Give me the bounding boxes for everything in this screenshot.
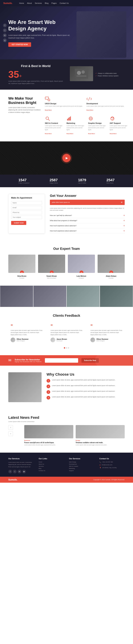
graphic-name: Graphic Design [88,122,106,124]
team-img-3: + [68,254,95,273]
footer-social-yt[interactable]: ▶ [22,470,26,473]
footer-social-in[interactable]: in [18,470,21,473]
team-role-1: Founder [8,277,35,279]
footer-social-fb[interactable]: f [8,470,12,473]
team-role-4: Founder [98,277,125,279]
hero-cta-button[interactable]: Get Started Now [8,42,31,47]
testimonials-grid: " Lorem ipsum dolor sit amet, agsc euism… [8,322,125,344]
testimonial-text-2: Lorem ipsum dolor sit amet, agsc euismod… [51,330,82,336]
gallery-img-3 [67,286,100,307]
dev-name: Development [86,102,125,104]
nav-home[interactable]: Home [19,2,24,4]
dot-2[interactable] [66,347,67,348]
nav-services[interactable]: Services [35,2,42,4]
why-text-1: Lorem ipsum dolor sit amet, agsc euismod… [52,379,115,382]
navbar-logo: Sumolo. [3,2,13,4]
footer-col-3: Our Services Web Design Development SEO … [69,458,94,473]
social-google[interactable]: g [3,38,7,42]
faq-item-2[interactable]: What about loan programs & Advantage? + [50,218,125,223]
footer-link-contact[interactable]: Contact Us [39,470,64,472]
appointment-name-input[interactable] [11,201,42,205]
why-section: Why Choose Us 1 Lorem ipsum dolor sit am… [0,366,133,409]
dev-read-more[interactable]: Read More [86,110,93,111]
footer-col-text-1: Lorem ipsum dolor sit amet, consectetur … [8,461,34,468]
svg-rect-3 [76,75,86,77]
faq-item-1[interactable]: How can I get help by salesman? + [50,213,125,218]
services-bottom-row: SEO & Content Lorem ipsum dolor amet ags… [8,116,125,135]
counter-hours: 2547 Work Hours [106,178,114,184]
footer-services-marketing[interactable]: Marketing [69,468,94,469]
nav-blog[interactable]: Blog [45,2,49,4]
news-prev-button[interactable]: ‹ [8,425,13,430]
hero-content: We Are Smart Web Design Agency Lorem ips… [8,19,71,47]
footer-link-about[interactable]: About Us [39,464,64,465]
marketing-read-more[interactable]: Read More [67,133,73,134]
nav-pages[interactable]: Pages [52,2,57,4]
footer-grid: Our Services Lorem ipsum dolor sit amet,… [8,458,125,473]
footer-col-title-3: Our Services [69,458,94,460]
support-read-more[interactable]: Read More [110,133,116,134]
svg-rect-0 [75,69,88,79]
stats-suffix: + [19,73,22,79]
faq-item-4[interactable]: How much experience about salesman? + [50,228,125,234]
footer-services-webdesign[interactable]: Web Design [69,461,94,463]
footer-services-support[interactable]: Support [69,470,94,472]
svg-point-2 [81,70,85,74]
uiux-read-more[interactable]: Read More [45,110,52,111]
footer-link-home[interactable]: Home [39,461,64,463]
appointment-submit-button[interactable]: SUBMIT NOW [11,221,26,225]
footer-social-icons: f t in ▶ [8,470,34,473]
social-linkedin[interactable]: in [3,34,7,37]
stats-title: First & Best In World [8,64,63,68]
why-img-box [8,372,42,402]
why-title: Why Choose Us [47,372,125,376]
play-button[interactable]: ▶ [62,154,71,162]
appointment-email-input[interactable] [11,206,42,210]
footer-services-seo[interactable]: SEO & Content [69,466,94,467]
nav-contact[interactable]: Contact Us [60,2,69,4]
footer-bottom: Sumolo. Copyright © 2024 Sumolo. All Rig… [0,477,133,483]
seo-desc: Lorem ipsum dolor amet agsc euismod brim… [45,125,63,131]
social-facebook[interactable]: f [3,24,7,27]
appointment-subject-input[interactable] [11,216,42,219]
team-role-3: Designer [68,277,95,279]
news-arrows: ‹ › [8,425,22,446]
footer-services-dev[interactable]: Development [69,464,94,465]
news-next-button[interactable]: › [8,432,13,436]
counter-section: 1547 Project Completed 2587 Happy Client… [0,174,133,187]
team-member-1: + Gina Bruno Founder [8,254,35,279]
stats-number: 35 [8,69,19,80]
newsletter-email-input[interactable] [45,358,78,363]
seo-read-more[interactable]: Read More [45,133,52,134]
appointment-phone-input[interactable] [11,211,42,214]
graphic-read-more[interactable]: Read More [88,133,95,134]
counter-num-4: 2547 [106,178,114,182]
support-icon [110,116,115,121]
news-card-1: Business Fusce suscipit arcu vit id scel… [24,425,73,446]
marketing-desc: Lorem ipsum dolor amet agsc euismod brim… [67,125,85,131]
carousel-dots [8,347,125,348]
faq-active-question[interactable]: pokie doko lorem ipsum no ✕ [50,200,125,205]
uiux-name: UI/UX Design [45,102,83,104]
why-item-1: 1 Lorem ipsum dolor sit amet, agsc euism… [47,379,125,382]
counter-label-1: Project Completed [19,182,29,184]
news-card-2: Design Vivamus sodales rutrum erat male.… [76,425,125,446]
hero-social-links: f t in g [3,24,7,42]
footer-col-title-4: Contact Us [99,458,125,460]
dot-3[interactable] [68,347,69,348]
faq-item-3[interactable]: How much experience about salesman? + [50,223,125,228]
hero-title: We Are Smart Web Design Agency [8,19,71,32]
dot-1[interactable] [64,347,65,348]
footer-link-blog[interactable]: Blog [39,468,64,469]
why-num-3: 3 [47,390,50,394]
stats-right: ✓ Always in collaboration team ✓ Power I… [70,66,125,83]
footer-link-services[interactable]: Services [39,466,64,467]
nav-about[interactable]: About [27,2,32,4]
testimonial-role-2: Developer [57,340,67,342]
social-twitter[interactable]: t [3,28,7,32]
team-grid: + Gina Bruno Founder + Sowel Ahsan Web D… [8,254,125,279]
footer-social-tw[interactable]: t [13,470,17,473]
faq-plus-icon-2: + [123,220,125,222]
services-main-text: We Make Your Business Bright Lorem ipsum… [8,96,42,114]
testimonial-1: " Lorem ipsum dolor sit amet, agsc euism… [8,322,45,344]
